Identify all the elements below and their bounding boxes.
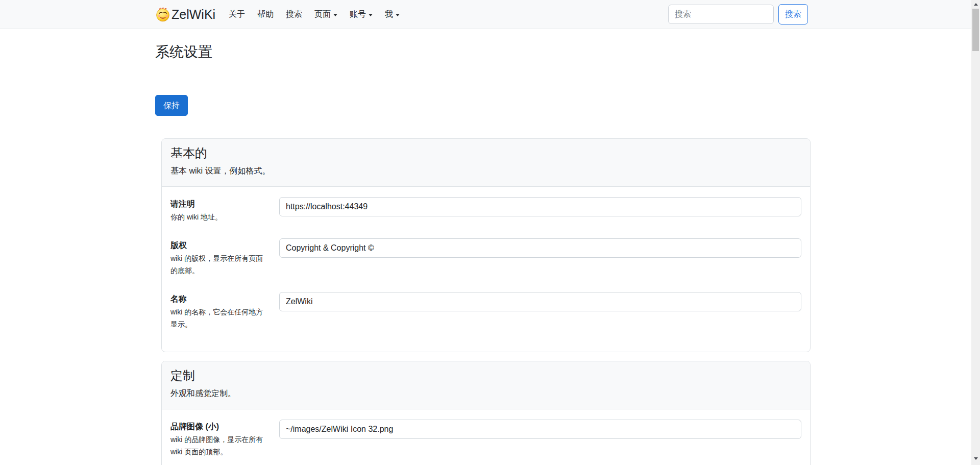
chevron-down-icon [333,14,337,16]
field-help-text: wiki 的版权，显示在所有页面的底部。 [170,252,269,277]
main-content: 系统设置 保持 基本的 基本 wiki 设置，例如格式。 请注明 你的 wiki… [0,43,980,465]
field-input-site-url[interactable] [279,197,801,216]
nav-item-label: 账号 [350,9,366,20]
card-description: 基本 wiki 设置，例如格式。 [170,165,801,177]
nav-item-pages[interactable]: 页面 [308,5,344,24]
search-input[interactable] [668,5,774,24]
card-body: 品牌图像 (小) wiki 的品牌图像，显示在所有 wiki 页面的顶部。 [162,409,810,465]
field-help-text: 你的 wiki 地址。 [170,211,269,223]
form-field-row: 品牌图像 (小) wiki 的品牌图像，显示在所有 wiki 页面的顶部。 [170,420,801,458]
save-button[interactable]: 保持 [155,95,188,116]
nav-item-me[interactable]: 我 [379,5,406,24]
nav-item-label: 页面 [314,9,331,20]
search-button[interactable]: 搜索 [778,4,808,25]
card-description: 外观和感觉定制。 [170,388,801,399]
nav-item-about[interactable]: 关于 [223,5,251,24]
form-field-row: 名称 wiki 的名称，它会在任何地方显示。 [170,292,801,330]
form-field-row: 版权 wiki 的版权，显示在所有页面的底部。 [170,238,801,277]
vertical-scrollbar[interactable] [971,0,980,465]
chevron-down-icon [369,14,373,16]
field-label: 请注明 [170,198,269,210]
brand-link[interactable]: ZelWiKi [155,7,215,22]
nav-item-label: 关于 [229,9,245,20]
nav-item-help[interactable]: 帮助 [251,5,280,24]
nav-item-account[interactable]: 账号 [344,5,379,24]
scrollbar-up-arrow-icon[interactable] [971,0,980,9]
chevron-down-icon [396,14,400,16]
nav-item-label: 搜索 [286,9,302,20]
form-field-row: 请注明 你的 wiki 地址。 [170,197,801,223]
nav-item-search[interactable]: 搜索 [280,5,308,24]
field-label: 品牌图像 (小) [170,421,269,433]
field-label: 名称 [170,293,269,305]
brand-text: ZelWiKi [172,7,215,22]
nav-menu: 关于 帮助 搜索 页面 账号 我 [223,5,406,24]
field-input-site-name[interactable] [279,292,801,311]
nav-item-label: 帮助 [257,9,274,20]
field-help-text: wiki 的名称，它会在任何地方显示。 [170,306,269,330]
card-header: 基本的 基本 wiki 设置，例如格式。 [162,139,810,187]
settings-card-customization: 定制 外观和感觉定制。 品牌图像 (小) wiki 的品牌图像，显示在所有 wi… [161,361,811,465]
brand-logo-icon [155,7,170,22]
page-title: 系统设置 [155,43,980,61]
card-header: 定制 外观和感觉定制。 [162,361,810,409]
field-help-text: wiki 的品牌图像，显示在所有 wiki 页面的顶部。 [170,433,269,458]
field-label: 版权 [170,239,269,252]
card-title: 定制 [170,368,801,383]
settings-sections: 基本的 基本 wiki 设置，例如格式。 请注明 你的 wiki 地址。 版权 … [161,138,811,465]
settings-card-basic: 基本的 基本 wiki 设置，例如格式。 请注明 你的 wiki 地址。 版权 … [161,138,811,352]
navbar-search-group: 搜索 [668,4,808,25]
scrollbar-down-arrow-icon[interactable] [971,454,980,463]
field-input-copyright[interactable] [279,238,801,258]
card-body: 请注明 你的 wiki 地址。 版权 wiki 的版权，显示在所有页面的底部。 … [162,187,810,352]
top-navbar: ZelWiKi 关于 帮助 搜索 页面 账号 我 [0,0,980,29]
field-input-brand-image-small[interactable] [279,420,801,439]
card-title: 基本的 [170,145,801,161]
nav-item-label: 我 [385,9,393,20]
scrollbar-thumb[interactable] [972,9,979,51]
